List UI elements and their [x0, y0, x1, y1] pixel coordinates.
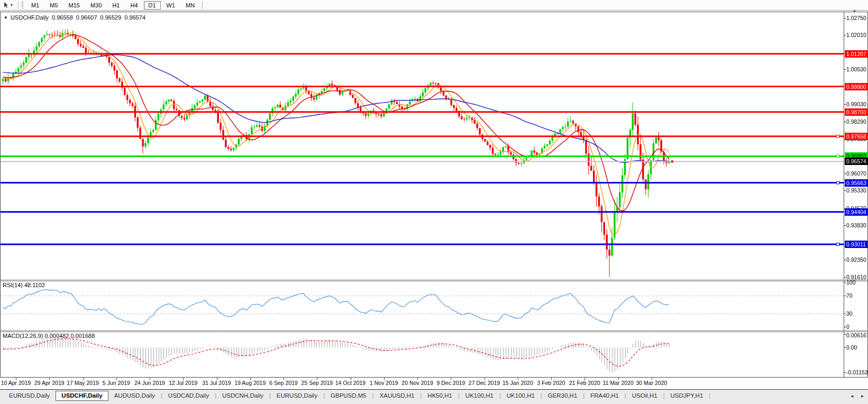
cursor-tool-icon[interactable]: [3, 2, 9, 8]
chart-tab-uk100-h1[interactable]: UK100,H1: [501, 391, 541, 400]
cursor-tool-dropdown-icon[interactable]: ▾: [11, 3, 13, 7]
chart-tab-fra40-h1[interactable]: FRA40,H1: [584, 391, 625, 400]
tab-scroll-arrows: ◂ ▸: [844, 393, 864, 399]
rsi-indicator-label: RSI(14) 48.1102: [3, 282, 45, 288]
timeframe-buttons-group: M1M5M15M30H1H4D1W1MN: [26, 1, 200, 10]
chart-title: ▼ USDCHF,Daily 0.96558 0.96607 0.96529 0…: [4, 14, 145, 21]
toolbar-separator: [18, 1, 19, 9]
chart-symbol-label: USDCHF,Daily: [11, 14, 49, 21]
tab-scroll-left-icon[interactable]: ◂: [851, 393, 853, 399]
toolbar-grip-handle[interactable]: [22, 2, 23, 8]
timeframe-button-h1[interactable]: H1: [107, 1, 124, 10]
chart-tab-hk50-h1[interactable]: HK50,H1: [422, 391, 458, 400]
tab-scroll-right-icon[interactable]: ▸: [861, 393, 864, 399]
price-chart-canvas[interactable]: [0, 0, 868, 404]
timeframe-button-m30[interactable]: M30: [86, 1, 106, 10]
chart-tab-usdjpy-h1[interactable]: USDJPY,H1: [665, 391, 709, 400]
timeframe-button-w1[interactable]: W1: [162, 1, 180, 10]
ohlc-open-value: 0.96558: [52, 14, 73, 21]
ohlc-high-value: 0.96607: [76, 14, 97, 21]
timeframe-button-m1[interactable]: M1: [26, 1, 44, 10]
ohlc-low-value: 0.96529: [100, 14, 122, 21]
timeframe-button-m5[interactable]: M5: [45, 1, 62, 10]
chart-tab-usoil-h1[interactable]: USOil,H1: [626, 391, 663, 400]
chart-tab-gbpusd-m5[interactable]: GBPUSD,M5: [325, 391, 372, 400]
timeframe-button-m15[interactable]: M15: [64, 1, 85, 10]
ohlc-close-value: 0.96574: [124, 14, 145, 21]
one-click-collapse-icon[interactable]: ▼: [4, 15, 8, 20]
chart-tab-xauusd-h1[interactable]: XAUUSD,H1: [374, 391, 421, 400]
timeframe-button-mn[interactable]: MN: [181, 1, 199, 10]
chart-tab-usdcnh-daily[interactable]: USDCNH,Daily: [216, 391, 269, 400]
chart-tab-ger30-h1[interactable]: GER30,H1: [542, 391, 583, 400]
chart-tabs: EURUSD,DailyUSDCHF,DailyAUDUSD,Daily|USD…: [3, 391, 710, 401]
toolbar-separator: [202, 1, 203, 9]
chart-tab-audusd-daily[interactable]: AUDUSD,Daily: [108, 391, 161, 400]
tab-separator: |: [709, 391, 710, 400]
chart-tab-eurusd-daily[interactable]: EURUSD,Daily: [271, 391, 323, 400]
chart-tab-usdchf-daily[interactable]: USDCHF,Daily: [56, 391, 108, 401]
timeframe-button-d1[interactable]: D1: [144, 1, 161, 10]
chart-tab-uk100-h1[interactable]: UK100,H1: [460, 391, 499, 400]
timeframe-toolbar: ▾ M1M5M15M30H1H4D1W1MN: [0, 0, 868, 11]
chart-tab-eurusd-daily[interactable]: EURUSD,Daily: [3, 391, 56, 400]
macd-indicator-label: MACD(12,26,9) 0.000482 0.001688: [3, 333, 95, 339]
chart-tab-usdcad-daily[interactable]: USDCAD,Daily: [162, 391, 215, 400]
chart-scroll-up-icon[interactable]: ▲: [853, 8, 856, 12]
chart-tab-bar: EURUSD,DailyUSDCHF,DailyAUDUSD,Daily|USD…: [0, 389, 868, 404]
timeframe-button-h4[interactable]: H4: [125, 1, 142, 10]
